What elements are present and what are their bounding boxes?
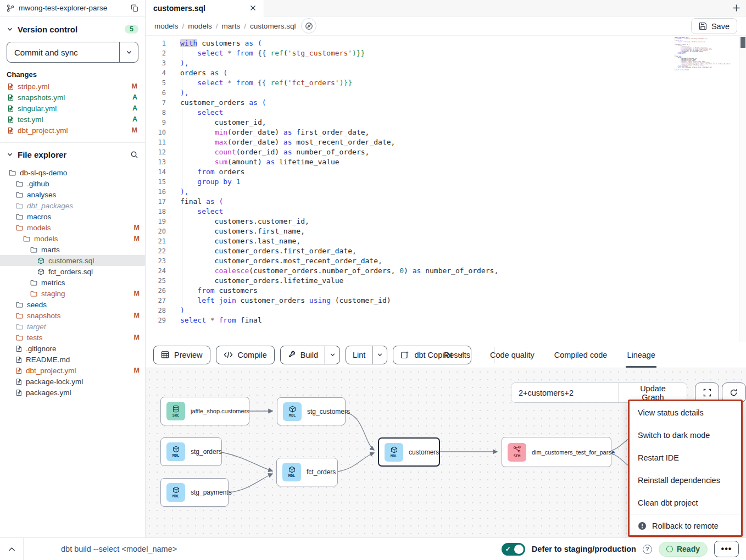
tree-folder-macros[interactable]: macros (0, 211, 145, 222)
chevron-down-icon[interactable] (7, 151, 13, 158)
more-options-button[interactable]: ••• (714, 541, 739, 557)
close-tab-icon[interactable] (250, 5, 256, 11)
tree-file-.gitignore[interactable]: .gitignore (0, 343, 145, 354)
code-line-26[interactable]: 26 from customers (146, 286, 746, 296)
change-item-dbt_project.yml[interactable]: dbt_project.yml M (0, 125, 145, 136)
tree-folder-staging[interactable]: stagingM (0, 288, 145, 299)
expand-console-chevron[interactable] (0, 547, 23, 552)
commit-and-sync-button[interactable]: Commit and sync (7, 42, 138, 63)
tree-folder-target[interactable]: target (0, 321, 145, 332)
editor-scrollbar[interactable] (739, 36, 746, 342)
change-item-singular.yml[interactable]: singular.yml A (0, 103, 145, 114)
lineage-selector-input[interactable] (511, 383, 619, 402)
code-line-7[interactable]: 7customer_orders as ( (146, 98, 746, 108)
tree-folder-metrics[interactable]: metrics (0, 277, 145, 288)
tab-code-quality[interactable]: Code quality (490, 342, 535, 368)
code-line-12[interactable]: 12 count(order_id) as number_of_orders, (146, 147, 746, 157)
tree-file-package-lock.yml[interactable]: package-lock.yml (0, 376, 145, 387)
tree-file-packages.yml[interactable]: packages.yml (0, 387, 145, 398)
preview-button[interactable]: Preview (153, 346, 210, 364)
tree-folder-models[interactable]: modelsM (0, 233, 145, 244)
lineage-node-dim_customers_test_for_parse[interactable]: SEM dim_customers_test_for_parse (502, 437, 611, 467)
code-line-28[interactable]: 28) (146, 306, 746, 315)
open-in-explorer-button[interactable] (301, 18, 316, 34)
lineage-node-stg_payments[interactable]: MDL stg_payments (160, 478, 229, 507)
code-line-16[interactable]: 16), (146, 187, 746, 197)
breadcrumb-item-marts[interactable]: marts (222, 22, 241, 30)
tree-file-fct_orders.sql[interactable]: fct_orders.sql (0, 266, 145, 277)
code-line-9[interactable]: 9 customer_id, (146, 118, 746, 127)
breadcrumb-item-customers.sql[interactable]: customers.sql (250, 22, 296, 30)
change-item-snapshots.yml[interactable]: snapshots.yml A (0, 92, 145, 103)
code-line-14[interactable]: 14 from orders (146, 167, 746, 177)
code-line-22[interactable]: 22 customer_orders.first_order_date, (146, 246, 746, 256)
code-line-13[interactable]: 13 sum(amount) as lifetime_value (146, 157, 746, 167)
build-options-chevron[interactable] (325, 346, 339, 364)
change-item-stripe.yml[interactable]: stripe.yml M (0, 81, 145, 92)
lineage-node-fct_orders[interactable]: MDL fct_orders (276, 458, 338, 486)
code-line-5[interactable]: 5 select * from {{ ref('fct_orders')}} (146, 78, 746, 88)
save-button[interactable]: Save (691, 18, 737, 34)
tree-folder-.github[interactable]: .github (0, 178, 145, 189)
code-line-21[interactable]: 21 customers.last_name, (146, 236, 746, 246)
tab-lineage[interactable]: Lineage (627, 342, 655, 368)
code-line-18[interactable]: 18 select (146, 207, 746, 217)
code-line-24[interactable]: 24 coalesce(customer_orders.number_of_or… (146, 266, 746, 276)
tree-folder-snapshots[interactable]: snapshotsM (0, 310, 145, 321)
menu-item-view-status-details[interactable]: View status details (630, 401, 741, 424)
tree-folder-models[interactable]: modelsM (0, 222, 145, 233)
status-badge[interactable]: Ready (659, 542, 708, 557)
lineage-node-jaffle_shop.customers[interactable]: SRC jaffle_shop.customers (160, 397, 249, 425)
new-tab-button[interactable] (732, 0, 741, 16)
tree-file-customers.sql[interactable]: customers.sql (0, 255, 145, 266)
search-icon[interactable] (130, 151, 138, 159)
lint-button[interactable]: Lint (346, 346, 372, 364)
tree-folder-analyses[interactable]: analyses (0, 189, 145, 200)
tree-folder-marts[interactable]: marts (0, 244, 145, 255)
build-button[interactable]: Build (281, 346, 325, 364)
tab-compiled-code[interactable]: Compiled code (554, 342, 608, 368)
tree-folder-tests[interactable]: testsM (0, 332, 145, 343)
code-line-4[interactable]: 4orders as ( (146, 68, 746, 78)
tree-file-README.md[interactable]: README.md (0, 354, 145, 365)
code-line-6[interactable]: 6), (146, 88, 746, 98)
menu-item-clean-dbt-project[interactable]: Clean dbt project (630, 491, 741, 514)
menu-item-rollback-to-remote[interactable]: Rollback to remote (630, 514, 741, 537)
code-line-15[interactable]: 15 group by 1 (146, 177, 746, 187)
code-line-1[interactable]: 1with customers as ( (146, 38, 746, 48)
defer-toggle[interactable]: ✓ (502, 543, 525, 556)
code-line-17[interactable]: 17final as ( (146, 197, 746, 207)
breadcrumb-item-models[interactable]: models (188, 22, 212, 30)
lineage-panel[interactable]: SRC jaffle_shop.customersMDL stg_custome… (146, 368, 746, 537)
tree-folder-db-sl-qs-demo[interactable]: db-sl-qs-demo (0, 167, 145, 178)
lineage-node-stg_orders[interactable]: MDL stg_orders (160, 437, 222, 466)
copy-icon[interactable] (131, 4, 138, 12)
change-item-test.yml[interactable]: test.yml A (0, 114, 145, 125)
code-line-10[interactable]: 10 min(order_date) as first_order_date, (146, 127, 746, 137)
code-line-8[interactable]: 8 select (146, 108, 746, 118)
help-icon[interactable]: ? (643, 545, 652, 554)
code-line-3[interactable]: 3), (146, 58, 746, 68)
commit-options-chevron[interactable] (119, 42, 138, 62)
tree-folder-seeds[interactable]: seeds (0, 299, 145, 310)
lineage-node-stg_customers[interactable]: MDL stg_customers (277, 397, 346, 425)
scrollbar-thumb[interactable] (741, 37, 745, 48)
code-line-29[interactable]: 29select * from final (146, 315, 746, 325)
code-line-27[interactable]: 27 left join customer_orders using (cust… (146, 296, 746, 306)
menu-item-restart-ide[interactable]: Restart IDE (630, 446, 741, 469)
command-input[interactable]: dbt build --select <model_name> (61, 545, 177, 553)
lineage-node-customers[interactable]: MDL customers (378, 437, 440, 467)
tree-file-dbt_project.yml[interactable]: dbt_project.ymlM (0, 365, 145, 376)
menu-item-reinstall-dependencies[interactable]: Reinstall dependencies (630, 469, 741, 491)
code-line-19[interactable]: 19 customers.customer_id, (146, 217, 746, 226)
tab-results[interactable]: Results (444, 342, 470, 368)
tree-folder-dbt_packages[interactable]: dbt_packages (0, 200, 145, 211)
code-line-23[interactable]: 23 customer_orders.most_recent_order_dat… (146, 256, 746, 266)
compile-button[interactable]: Compile (216, 346, 275, 364)
code-line-11[interactable]: 11 max(order_date) as most_recent_order_… (146, 137, 746, 147)
breadcrumb-item-models[interactable]: models (154, 22, 179, 30)
code-line-25[interactable]: 25 customer_orders.lifetime_value (146, 276, 746, 286)
code-editor[interactable]: 1with customers as (2 select * from {{ r… (146, 35, 746, 342)
tab-customers-sql[interactable]: customers.sql (146, 0, 264, 16)
code-line-20[interactable]: 20 customers.first_name, (146, 226, 746, 236)
